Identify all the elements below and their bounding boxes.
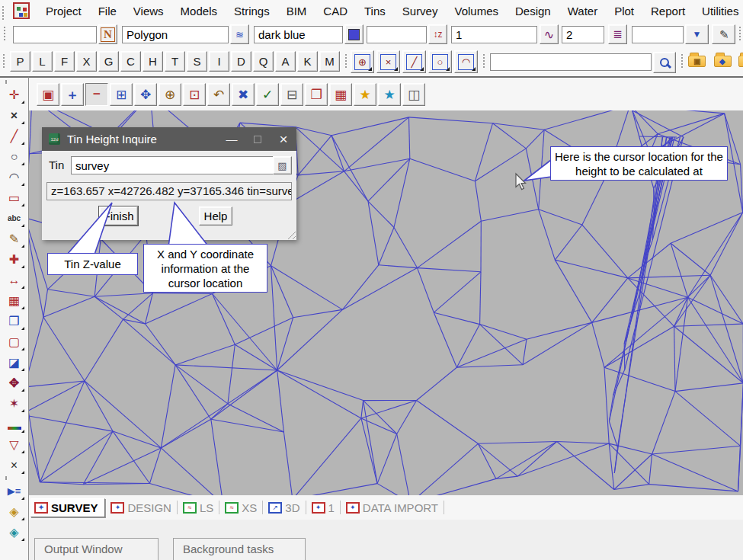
create-box-button[interactable]: ▭ (4, 188, 25, 207)
menu-report[interactable]: Report (642, 2, 693, 21)
menu-file[interactable]: File (90, 2, 125, 21)
pan-button[interactable]: ✥ (134, 83, 157, 106)
search-input[interactable] (490, 53, 652, 71)
menu-project[interactable]: Project (37, 2, 90, 21)
extra-field[interactable] (632, 26, 684, 43)
create-circle-button[interactable]: ○ (4, 147, 25, 166)
utility-button[interactable]: ◈ (4, 502, 25, 521)
tab-ls[interactable]: ≈LS (183, 501, 213, 514)
insert-image-button[interactable]: ◪ (4, 353, 25, 372)
weight-picker-button[interactable]: ∿ (540, 24, 559, 44)
linestyle-field[interactable] (122, 26, 229, 43)
menu-models[interactable]: Models (172, 2, 226, 21)
toolbar-drag-handle[interactable] (482, 54, 486, 69)
point-snap-button[interactable]: ⊕ (351, 50, 374, 73)
view-menu-button[interactable]: ▣ (37, 83, 59, 106)
grid-button[interactable]: ▦ (4, 291, 25, 310)
fkey-q[interactable]: Q (253, 51, 274, 72)
fkey-s[interactable]: S (187, 51, 207, 72)
delete-button[interactable]: × (4, 456, 25, 475)
plot-button[interactable]: ⊟ (280, 83, 303, 106)
draw-symbol-button[interactable]: ✎ (4, 229, 25, 248)
weight-field[interactable] (451, 26, 537, 43)
create-arc-button[interactable]: ◠ (4, 168, 25, 187)
fkey-k[interactable]: K (297, 51, 318, 72)
fit-view-button[interactable]: ⊞ (110, 83, 133, 106)
tin-name-input[interactable] (71, 156, 281, 174)
model-tools-button[interactable]: ◈ (4, 523, 25, 542)
fkey-a[interactable]: A (275, 51, 296, 72)
favourites-button[interactable]: ★ (354, 83, 376, 106)
fkey-g[interactable]: G (98, 51, 119, 72)
tab-survey[interactable]: ✦SURVEY (30, 498, 105, 517)
copy-window-button[interactable]: ❐ (4, 312, 25, 331)
menu-cad[interactable]: CAD (315, 2, 356, 21)
previous-view-button[interactable]: ↶ (207, 83, 230, 106)
zoom-in-button[interactable]: ＋ (61, 83, 84, 106)
zoom-out-button[interactable]: − (85, 83, 108, 106)
toolbar-drag-handle[interactable] (738, 27, 742, 42)
menu-strings[interactable]: Strings (226, 2, 278, 21)
tab-xs[interactable]: ≈XS (225, 501, 257, 514)
toolbar-drag-handle[interactable] (3, 27, 7, 42)
name-picker-button[interactable]: N (98, 24, 117, 44)
fkey-m[interactable]: M (319, 51, 340, 72)
menu-volumes[interactable]: Volumes (446, 2, 507, 21)
create-line-button[interactable]: ╱ (4, 126, 25, 146)
height-picker-button[interactable]: ↕z (428, 24, 447, 44)
fkey-i[interactable]: I (209, 51, 229, 72)
colour-picker-button[interactable] (344, 24, 363, 44)
size-picker-button[interactable]: ≣ (608, 24, 627, 44)
toolbar-drag-handle[interactable] (344, 54, 348, 69)
tab-3d[interactable]: ↗3D (268, 501, 299, 514)
tab-design[interactable]: ✦DESIGN (110, 501, 171, 514)
zoom-window-button[interactable]: ⊡ (183, 83, 206, 106)
menu-water[interactable]: Water (559, 2, 606, 21)
menu-tins[interactable]: Tins (356, 2, 394, 21)
fkey-h[interactable]: H (143, 51, 163, 72)
crossing-snap-button[interactable]: × (376, 50, 400, 73)
line-snap-button[interactable]: ╱ (402, 50, 426, 73)
toolbar-drag-handle[interactable] (5, 476, 24, 480)
tab-1[interactable]: ✦1 (312, 501, 335, 514)
fkey-p[interactable]: P (10, 51, 30, 72)
menu-utilities[interactable]: Utilities (693, 2, 743, 21)
tin-picker-button[interactable]: ▨ (273, 156, 292, 174)
gradient-line-button[interactable] (4, 414, 25, 434)
measure-button[interactable]: ↔ (4, 270, 25, 290)
window-layout-button[interactable]: ◫ (402, 83, 425, 106)
size-field[interactable] (562, 26, 604, 43)
polygon-button[interactable]: ▢ (4, 332, 25, 351)
cad-name-field[interactable] (13, 26, 97, 43)
fkey-t[interactable]: T (165, 51, 185, 72)
search-button[interactable] (653, 52, 676, 73)
resize-grip[interactable] (286, 229, 296, 239)
project-folder-button[interactable]: ▣ (688, 56, 706, 67)
report-button[interactable]: ▶≡ (4, 482, 25, 501)
fkey-x[interactable]: X (76, 51, 97, 72)
fkey-c[interactable]: C (120, 51, 141, 72)
finish-button[interactable]: Finish (99, 206, 138, 226)
eyedropper-button[interactable]: ✐ (712, 24, 735, 44)
move-button[interactable]: ✥ (4, 373, 25, 392)
accept-button[interactable]: ✓ (256, 83, 279, 106)
circle-snap-button[interactable]: ○ (428, 50, 452, 73)
toolbar-drag-handle[interactable] (5, 80, 24, 84)
settings-folder-button[interactable]: ◆ (714, 56, 732, 67)
toolbar-drag-handle[interactable] (681, 54, 684, 69)
intersection-button[interactable]: × (4, 106, 25, 125)
linestyle-picker-button[interactable]: ≋ (230, 24, 249, 44)
models-button[interactable]: ★ (378, 83, 401, 106)
redraw-button[interactable]: ✖ (232, 83, 255, 106)
tab-data-import[interactable]: ✦DATA IMPORT (346, 501, 438, 514)
point-note-button[interactable]: ✚ (4, 250, 25, 269)
create-text-button[interactable]: abc (4, 209, 25, 228)
background-tasks-tab[interactable]: Background tasks (173, 538, 306, 560)
output-window-tab[interactable]: Output Window (34, 538, 159, 560)
fkey-d[interactable]: D (231, 51, 251, 72)
star-points-button[interactable]: ✶ (4, 394, 25, 413)
menu-design[interactable]: Design (507, 2, 559, 21)
colour-field[interactable] (254, 26, 343, 43)
clipped-folder-button[interactable] (738, 56, 743, 67)
height-field[interactable] (367, 26, 427, 43)
